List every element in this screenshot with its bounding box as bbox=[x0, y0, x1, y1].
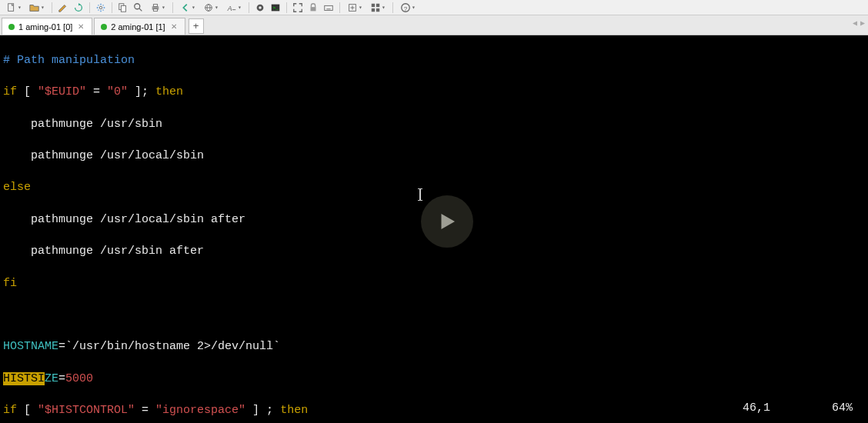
next-tab-icon[interactable]: ▶ bbox=[860, 18, 865, 28]
tab-label: 1 aming-01 [0] bbox=[18, 22, 72, 32]
text-cursor-icon bbox=[419, 188, 421, 201]
copy-icon[interactable] bbox=[116, 2, 130, 14]
back-icon[interactable]: ▾ bbox=[177, 2, 199, 14]
svg-text:A: A bbox=[227, 4, 232, 12]
add-box-icon[interactable]: ▾ bbox=[344, 2, 366, 14]
tab-close-icon[interactable]: ✕ bbox=[76, 22, 85, 31]
svg-text:>_: >_ bbox=[273, 5, 279, 10]
keyboard-icon[interactable] bbox=[322, 2, 336, 14]
svg-rect-19 bbox=[372, 8, 375, 11]
tab-label: 2 aming-01 [1] bbox=[111, 22, 165, 32]
print-icon[interactable]: ▾ bbox=[147, 2, 169, 14]
settings-icon[interactable] bbox=[94, 2, 108, 14]
search-icon[interactable] bbox=[132, 2, 145, 14]
lock-icon[interactable] bbox=[306, 2, 320, 14]
svg-rect-17 bbox=[372, 3, 375, 6]
svg-rect-14 bbox=[311, 7, 316, 11]
refresh-icon[interactable] bbox=[72, 2, 85, 14]
help-icon[interactable]: ?▾ bbox=[397, 2, 419, 14]
svg-point-11 bbox=[259, 6, 262, 9]
tab-status-icon bbox=[101, 24, 107, 30]
svg-rect-0 bbox=[8, 3, 14, 11]
prev-tab-icon[interactable]: ◀ bbox=[853, 18, 857, 28]
new-tab-button[interactable]: + bbox=[189, 18, 204, 34]
tab-1[interactable]: 1 aming-01 [0] ✕ bbox=[2, 18, 92, 35]
terminal-icon[interactable]: >_ bbox=[269, 2, 282, 14]
svg-rect-6 bbox=[153, 4, 157, 6]
grid-icon[interactable]: ▾ bbox=[367, 2, 389, 14]
open-folder-icon[interactable]: ▾ bbox=[26, 2, 48, 14]
tab-bar: 1 aming-01 [0] ✕ 2 aming-01 [1] ✕ + ◀ ▶ bbox=[0, 15, 868, 35]
svg-rect-15 bbox=[325, 5, 333, 10]
terminal-editor[interactable]: # Path manipulation if [ "$EUID" = "0" ]… bbox=[0, 35, 868, 423]
svg-rect-3 bbox=[121, 5, 125, 12]
tab-2[interactable]: 2 aming-01 [1] ✕ bbox=[94, 18, 185, 35]
tabbar-right-icons: ◀ ▶ bbox=[853, 18, 865, 28]
svg-rect-7 bbox=[153, 8, 157, 11]
svg-point-1 bbox=[99, 6, 102, 9]
globe-icon[interactable]: ▾ bbox=[200, 2, 222, 14]
svg-rect-18 bbox=[376, 3, 379, 6]
edit-icon[interactable] bbox=[56, 2, 70, 14]
new-file-icon[interactable]: ▾ bbox=[3, 2, 25, 14]
tab-status-icon bbox=[8, 24, 15, 30]
svg-point-4 bbox=[135, 3, 140, 8]
tab-close-icon[interactable]: ✕ bbox=[169, 22, 179, 31]
fullscreen-icon[interactable] bbox=[291, 2, 305, 14]
svg-text:?: ? bbox=[404, 5, 408, 12]
svg-rect-20 bbox=[376, 8, 379, 11]
status-bar: 46,1 64% bbox=[743, 401, 853, 417]
cursor-position: 46,1 bbox=[743, 401, 770, 417]
font-icon[interactable]: A▾ bbox=[223, 2, 245, 14]
main-toolbar: ▾ ▾ ▾ ▾ ▾ A▾ >_ ▾ ▾ ?▾ bbox=[0, 0, 868, 15]
scroll-percent: 64% bbox=[832, 401, 853, 417]
gear-dark-icon[interactable] bbox=[253, 2, 267, 14]
